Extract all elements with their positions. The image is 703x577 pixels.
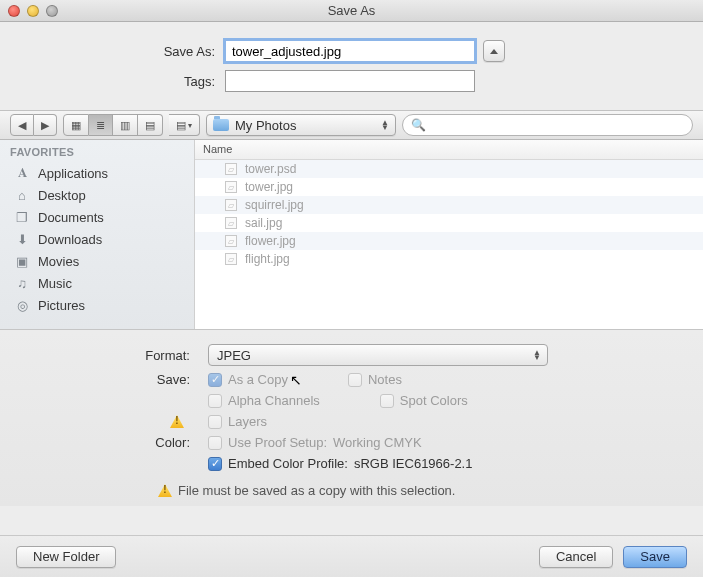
checkbox-label: Layers [228, 414, 267, 429]
file-browser: FAVORITES 𝐀Applications ⌂Desktop ❐Docume… [0, 140, 703, 330]
nav-forward-button[interactable]: ▶ [34, 114, 57, 136]
file-row[interactable]: ▱tower.jpg [195, 178, 703, 196]
sidebar-item-label: Documents [38, 210, 104, 225]
view-mode-segment: ▦ ≣ ▥ ▤ [63, 114, 163, 136]
file-icon: ▱ [225, 181, 237, 193]
nav-back-button[interactable]: ◀ [10, 114, 34, 136]
location-popup[interactable]: My Photos ▲▼ [206, 114, 396, 136]
arrange-button[interactable]: ▤ ▾ [169, 114, 200, 136]
new-folder-button[interactable]: New Folder [16, 546, 116, 568]
sidebar-item-label: Applications [38, 166, 108, 181]
checkbox-icon: ✓ [208, 373, 222, 387]
checkbox-label: As a Copy [228, 372, 288, 387]
window-title: Save As [0, 3, 703, 18]
layers-checkbox[interactable]: Layers [208, 414, 267, 429]
sidebar-item-label: Desktop [38, 188, 86, 203]
collapse-browser-button[interactable] [483, 40, 505, 62]
chevron-up-icon [490, 49, 498, 54]
file-icon: ▱ [225, 253, 237, 265]
save-as-form: Save As: Tags: [0, 22, 703, 110]
embed-profile-checkbox[interactable]: ✓ Embed Color Profile: sRGB IEC61966-2.1 [208, 456, 472, 471]
popup-arrows-icon: ▲▼ [533, 350, 541, 360]
proof-value: Working CMYK [333, 435, 422, 450]
search-field[interactable]: 🔍 [402, 114, 693, 136]
nav-back-forward: ◀ ▶ [10, 114, 57, 136]
sidebar-item-desktop[interactable]: ⌂Desktop [0, 184, 194, 206]
format-label: Format: [18, 348, 208, 363]
file-row[interactable]: ▱flight.jpg [195, 250, 703, 268]
sidebar-heading: FAVORITES [0, 140, 194, 162]
format-value: JPEG [217, 348, 251, 363]
view-coverflow-button[interactable]: ▤ [138, 114, 163, 136]
checkbox-label: Embed Color Profile: [228, 456, 348, 471]
movies-icon: ▣ [14, 253, 30, 269]
file-name: tower.psd [245, 162, 296, 176]
file-row[interactable]: ▱sail.jpg [195, 214, 703, 232]
as-a-copy-checkbox[interactable]: ✓ As a Copy [208, 372, 288, 387]
view-icons-button[interactable]: ▦ [63, 114, 89, 136]
checkbox-label: Alpha Channels [228, 393, 320, 408]
sidebar: FAVORITES 𝐀Applications ⌂Desktop ❐Docume… [0, 140, 195, 329]
warning-message: File must be saved as a copy with this s… [178, 483, 455, 498]
view-list-button[interactable]: ≣ [89, 114, 113, 136]
options-panel: Format: JPEG ▲▼ Save: ✓ As a Copy Notes … [0, 330, 703, 506]
spot-colors-checkbox[interactable]: Spot Colors [380, 393, 468, 408]
file-row[interactable]: ▱squirrel.jpg [195, 196, 703, 214]
arrange-segment: ▤ ▾ [169, 114, 200, 136]
color-section-label: Color: [18, 435, 208, 450]
file-name: sail.jpg [245, 216, 282, 230]
pictures-icon: ◎ [14, 297, 30, 313]
checkbox-label: Notes [368, 372, 402, 387]
desktop-icon: ⌂ [14, 187, 30, 203]
dialog-footer: New Folder Cancel Save [0, 535, 703, 577]
sidebar-item-movies[interactable]: ▣Movies [0, 250, 194, 272]
view-columns-button[interactable]: ▥ [113, 114, 138, 136]
checkbox-icon: ✓ [208, 457, 222, 471]
sidebar-item-music[interactable]: ♫Music [0, 272, 194, 294]
file-name: flower.jpg [245, 234, 296, 248]
location-folder-name: My Photos [235, 118, 296, 133]
column-header-name[interactable]: Name [195, 140, 703, 160]
use-proof-setup-checkbox[interactable]: Use Proof Setup: Working CMYK [208, 435, 422, 450]
checkbox-label: Use Proof Setup: [228, 435, 327, 450]
applications-icon: 𝐀 [14, 165, 30, 181]
file-row[interactable]: ▱tower.psd [195, 160, 703, 178]
warning-icon [170, 415, 184, 428]
browser-toolbar: ◀ ▶ ▦ ≣ ▥ ▤ ▤ ▾ My Photos ▲▼ 🔍 [0, 110, 703, 140]
alpha-channels-checkbox[interactable]: Alpha Channels [208, 393, 320, 408]
notes-checkbox[interactable]: Notes [348, 372, 402, 387]
sidebar-item-label: Music [38, 276, 72, 291]
music-icon: ♫ [14, 275, 30, 291]
file-name: flight.jpg [245, 252, 290, 266]
save-as-label: Save As: [10, 44, 225, 59]
sidebar-item-pictures[interactable]: ◎Pictures [0, 294, 194, 316]
sidebar-item-label: Movies [38, 254, 79, 269]
checkbox-icon [348, 373, 362, 387]
checkbox-icon [380, 394, 394, 408]
search-input[interactable] [430, 118, 684, 132]
sidebar-item-documents[interactable]: ❐Documents [0, 206, 194, 228]
cancel-button[interactable]: Cancel [539, 546, 613, 568]
file-icon: ▱ [225, 217, 237, 229]
warning-message-row: File must be saved as a copy with this s… [18, 477, 685, 498]
warning-icon [158, 484, 172, 497]
titlebar: Save As [0, 0, 703, 22]
file-icon: ▱ [225, 163, 237, 175]
sidebar-item-label: Pictures [38, 298, 85, 313]
save-section-label: Save: [18, 372, 208, 387]
file-icon: ▱ [225, 235, 237, 247]
sidebar-item-downloads[interactable]: ⬇Downloads [0, 228, 194, 250]
checkbox-label: Spot Colors [400, 393, 468, 408]
folder-icon [213, 119, 229, 131]
sidebar-item-label: Downloads [38, 232, 102, 247]
sidebar-item-applications[interactable]: 𝐀Applications [0, 162, 194, 184]
popup-arrows-icon: ▲▼ [381, 120, 389, 130]
file-name: tower.jpg [245, 180, 293, 194]
embed-value: sRGB IEC61966-2.1 [354, 456, 473, 471]
file-row[interactable]: ▱flower.jpg [195, 232, 703, 250]
tags-input[interactable] [225, 70, 475, 92]
save-button[interactable]: Save [623, 546, 687, 568]
save-as-input[interactable] [225, 40, 475, 62]
format-popup[interactable]: JPEG ▲▼ [208, 344, 548, 366]
checkbox-icon [208, 394, 222, 408]
